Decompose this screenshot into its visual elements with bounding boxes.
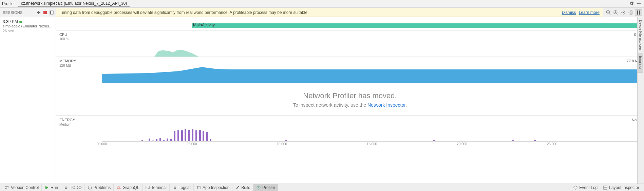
activity-bar <box>192 23 641 28</box>
device-file-explorer-tab[interactable]: Device File Explorer <box>638 17 643 53</box>
svg-rect-1 <box>43 11 47 14</box>
energy-bar <box>177 130 179 141</box>
sessions-header: SESSIONS <box>0 8 56 17</box>
energy-bar <box>199 130 201 141</box>
svg-point-14 <box>630 12 632 14</box>
memory-label: MEMORY <box>59 59 76 63</box>
memory-chart[interactable]: MEMORY 128 MB 77.8 MB <box>56 57 644 83</box>
logcat-icon: ≡ <box>172 185 177 190</box>
banner-message: Timing data from debuggable processes wi… <box>60 10 559 15</box>
memory-area <box>102 64 641 83</box>
session-duration: 26 sec <box>3 29 53 33</box>
activity-timeline[interactable]: MainActivity <box>56 22 644 30</box>
profiler-title: Profiler <box>2 1 15 6</box>
energy-bar <box>203 131 204 141</box>
energy-bar <box>195 130 197 141</box>
add-session-icon[interactable] <box>36 10 41 15</box>
zoom-in-icon[interactable] <box>612 9 619 16</box>
axis-tick: 25.000 <box>547 142 557 146</box>
svg-point-26 <box>574 186 577 189</box>
side-tabs: Device File Explorer Emulator <box>637 17 644 184</box>
process-tab[interactable]: cz.itnetwork.simplecalc (Emulator Nexus_… <box>18 0 130 7</box>
zoom-selection-icon[interactable] <box>627 9 634 16</box>
sessions-label: SESSIONS <box>3 10 35 15</box>
svg-rect-24 <box>197 186 200 189</box>
terminal-button[interactable]: Terminal <box>143 184 170 191</box>
cpu-label: CPU <box>59 33 67 37</box>
zoom-reset-icon[interactable] <box>620 9 627 16</box>
energy-bar <box>181 130 183 141</box>
activity-label: MainActivity <box>192 23 216 27</box>
session-item[interactable]: 3:39 PM simplecalc (Emulator Nexus_7_20.… <box>3 19 53 33</box>
event-log-icon <box>573 185 578 190</box>
energy-bar <box>167 139 168 141</box>
learn-more-link[interactable]: Learn more <box>579 10 600 15</box>
svg-marker-22 <box>117 186 120 189</box>
energy-bar <box>159 138 161 141</box>
svg-rect-16 <box>639 10 640 15</box>
axis-tick: 10.000 <box>277 142 287 146</box>
emulator-tab[interactable]: Emulator <box>638 53 643 72</box>
axis-tick: 20.000 <box>457 142 467 146</box>
dismiss-link[interactable]: Dismiss <box>562 10 576 15</box>
energy-bar <box>192 129 193 141</box>
event-log-button[interactable]: Event Log <box>570 184 600 191</box>
axis-tick: 00.000 <box>97 142 107 146</box>
warning-icon: ! <box>88 185 92 190</box>
profiler-controls <box>603 8 644 17</box>
title-bar: Profiler cz.itnetwork.simplecalc (Emulat… <box>0 0 644 8</box>
svg-rect-23 <box>146 186 150 189</box>
cpu-chart[interactable]: CPU 100 % 0 % <box>56 30 644 57</box>
energy-bar <box>188 130 190 141</box>
graphql-icon <box>116 185 121 190</box>
todo-icon: ≡ <box>64 185 69 190</box>
memory-scale: 128 MB <box>59 64 71 67</box>
svg-point-19 <box>5 188 7 189</box>
layout-inspector-button[interactable]: Layout Inspector <box>600 184 642 191</box>
session-live-dot-icon <box>19 21 22 23</box>
energy-chart[interactable]: ENERGY Medium None 00.00005.00010.00015.… <box>56 115 644 147</box>
bottom-toolbar: Version Control Run ≡TODO !Problems Grap… <box>0 184 644 191</box>
network-section: Network Profiler has moved. To inspect n… <box>56 83 644 115</box>
svg-point-12 <box>623 12 624 13</box>
todo-button[interactable]: ≡TODO <box>61 184 84 191</box>
energy-bar <box>206 132 208 141</box>
build-button[interactable]: Build <box>232 184 253 191</box>
svg-rect-27 <box>604 186 607 189</box>
run-button[interactable]: Run <box>42 184 61 191</box>
app-inspection-button[interactable]: App Inspection <box>194 184 232 191</box>
svg-rect-0 <box>637 3 641 4</box>
cpu-area <box>154 49 198 57</box>
energy-bar <box>174 131 175 141</box>
svg-rect-15 <box>637 10 638 15</box>
svg-point-18 <box>7 186 9 187</box>
energy-bars <box>102 127 641 141</box>
energy-scale: Medium <box>59 123 72 126</box>
problems-button[interactable]: !Problems <box>85 184 114 191</box>
svg-point-13 <box>629 10 633 15</box>
logcat-button[interactable]: ≡Logcat <box>170 184 194 191</box>
stop-session-icon[interactable] <box>42 10 48 15</box>
network-headline: Network Profiler has moved. <box>303 91 397 100</box>
energy-label: ENERGY <box>59 118 75 122</box>
svg-line-6 <box>609 14 610 15</box>
branch-icon <box>5 185 10 190</box>
profiler-button[interactable]: Profiler <box>253 184 278 191</box>
terminal-icon <box>145 185 150 190</box>
sessions-pane: 3:39 PM simplecalc (Emulator Nexus_7_20.… <box>0 17 56 184</box>
pause-button[interactable] <box>635 9 642 16</box>
gear-icon[interactable] <box>628 1 634 7</box>
minimize-icon[interactable] <box>636 1 642 7</box>
network-text-suffix: . <box>405 102 407 108</box>
graphql-button[interactable]: GraphQL <box>114 184 142 191</box>
play-icon <box>44 185 49 190</box>
axis-tick: 05.000 <box>187 142 197 146</box>
layout-icon <box>603 185 608 190</box>
zoom-out-icon[interactable] <box>605 9 612 16</box>
hammer-icon <box>235 185 240 190</box>
network-inspector-link[interactable]: Network Inspector <box>367 102 405 108</box>
axis-tick: 15.000 <box>367 142 377 146</box>
session-subtitle: simplecalc (Emulator Nexus_7_20... <box>3 24 53 28</box>
version-control-button[interactable]: Version Control <box>2 184 42 191</box>
collapse-icon[interactable] <box>49 10 54 15</box>
